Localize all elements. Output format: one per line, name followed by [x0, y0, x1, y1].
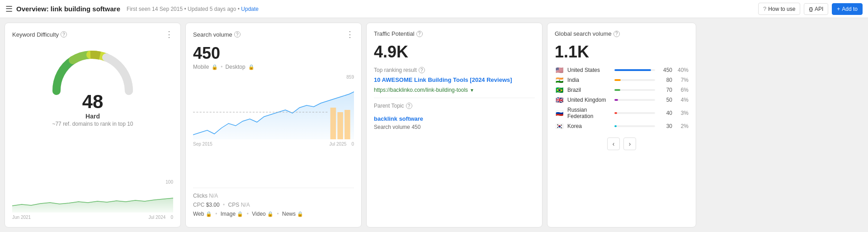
tp-ranking-help-icon[interactable]: ? — [419, 67, 425, 73]
kd-title: Keyword Difficulty ? — [12, 31, 67, 38]
api-button[interactable]: {} API — [804, 3, 828, 15]
tp-parent-help-icon[interactable]: ? — [406, 103, 412, 109]
gsv-navigation: ‹ › — [555, 137, 689, 150]
cpc-row: CPC $3.00 • CPS N/A — [193, 202, 354, 208]
kd-sparkline-svg — [12, 185, 173, 213]
country-bar-2 — [614, 89, 620, 91]
gsv-countries-list: 🇺🇸 United States 450 40% 🇮🇳 India 80 7% … — [555, 67, 689, 133]
svg-rect-3 — [344, 110, 350, 139]
country-bar-container-5 — [614, 125, 655, 127]
search-volume-card: Search volume ? ⋮ 450 Mobile 🔒 • Desktop… — [185, 23, 362, 227]
kd-sparkline-area: 100 Jun 2021 Jul 2024 0 — [12, 180, 173, 220]
country-name-4: Russian Federation — [567, 107, 611, 119]
gsv-card-header: Global search volume ? — [555, 30, 689, 37]
country-bar-container-2 — [614, 89, 655, 91]
country-bar-0 — [614, 69, 651, 71]
sv-dots-menu[interactable]: ⋮ — [346, 30, 354, 38]
sv-chart-area: 859 Sep 2015 — [193, 75, 354, 183]
tp-card-header: Traffic Potential ? — [374, 30, 535, 37]
kd-card-header: Keyword Difficulty ? ⋮ — [12, 30, 173, 38]
country-bar-container-0 — [614, 69, 655, 71]
kd-chart-top: 100 — [12, 180, 173, 185]
kd-help-icon[interactable]: ? — [61, 31, 67, 38]
country-flag-2: 🇧🇷 — [555, 87, 564, 93]
kd-label: Hard — [85, 113, 100, 120]
sv-chart-bottom: Sep 2015 Jul 2025 0 — [193, 142, 354, 147]
how-to-use-button[interactable]: ? How to use — [758, 3, 800, 15]
gsv-prev-button[interactable]: ‹ — [607, 137, 620, 150]
country-bar-container-3 — [614, 99, 655, 101]
tp-value: 4.9K — [374, 43, 535, 62]
country-row: 🇮🇳 India 80 7% — [555, 77, 689, 83]
tp-title: Traffic Potential ? — [374, 30, 423, 37]
desktop-lock-icon: 🔒 — [248, 64, 255, 70]
web-lock-icon: 🔒 — [206, 211, 212, 217]
traffic-potential-card: Traffic Potential ? 4.9K Top ranking res… — [366, 23, 542, 227]
country-bar-3 — [614, 99, 618, 101]
country-flag-1: 🇮🇳 — [555, 77, 564, 83]
question-icon: ? — [763, 5, 766, 12]
sv-help-icon[interactable]: ? — [234, 31, 241, 38]
country-bar-container-1 — [614, 79, 655, 81]
gsv-title: Global search volume ? — [555, 30, 620, 37]
country-name-5: Korea — [567, 123, 611, 129]
country-flag-5: 🇰🇷 — [555, 123, 564, 129]
country-name-0: United States — [567, 67, 611, 73]
country-row: 🇰🇷 Korea 30 2% — [555, 123, 689, 129]
country-flag-3: 🇬🇧 — [555, 97, 564, 103]
sv-chart-top: 859 — [193, 75, 354, 80]
menu-icon[interactable]: ☰ — [5, 4, 13, 14]
svg-rect-1 — [330, 108, 336, 139]
tp-parent-topic-label: Parent Topic ? — [374, 103, 535, 109]
sv-value: 450 — [193, 44, 354, 63]
tp-parent-topic: backlink software Search volume 450 — [374, 115, 535, 130]
country-flag-4: 🇷🇺 — [555, 110, 564, 116]
country-count-4: 40 — [659, 110, 672, 116]
add-to-button[interactable]: + Add to — [832, 3, 863, 15]
update-link[interactable]: Update — [241, 6, 259, 12]
country-pct-0: 40% — [676, 67, 689, 73]
kd-dots-menu[interactable]: ⋮ — [165, 30, 173, 38]
svg-rect-2 — [337, 112, 343, 139]
country-count-1: 80 — [659, 77, 672, 83]
header-meta: First seen 14 Sep 2015 • Updated 5 days … — [127, 6, 259, 12]
header: ☰ Overview: link building software First… — [0, 0, 868, 18]
country-pct-3: 4% — [676, 97, 689, 103]
gauge-svg — [47, 46, 138, 95]
sv-title: Search volume ? — [193, 31, 241, 38]
sv-card-header: Search volume ? ⋮ — [193, 30, 354, 38]
country-row: 🇷🇺 Russian Federation 40 3% — [555, 107, 689, 119]
mobile-lock-icon: 🔒 — [212, 64, 218, 70]
tp-ranking-title[interactable]: 10 AWESOME Link Building Tools [2024 Rev… — [374, 76, 535, 84]
country-bar-container-4 — [614, 112, 655, 114]
country-pct-4: 3% — [676, 110, 689, 116]
kd-chart-bottom: Jun 2021 Jul 2024 0 — [12, 215, 173, 220]
tp-parent-search-volume: Search volume 450 — [374, 124, 535, 130]
country-bar-4 — [614, 112, 617, 114]
gsv-help-icon[interactable]: ? — [613, 31, 620, 37]
tp-top-ranking-label: Top ranking result ? — [374, 67, 535, 73]
country-row: 🇧🇷 Brazil 70 6% — [555, 87, 689, 93]
gsv-value: 1.1K — [555, 43, 689, 62]
country-count-2: 70 — [659, 87, 672, 93]
image-lock-icon: 🔒 — [237, 211, 243, 217]
tp-ranking-url[interactable]: https://backlinko.com/link-building-tool… — [374, 87, 535, 93]
country-row: 🇺🇸 United States 450 40% — [555, 67, 689, 73]
tp-help-icon[interactable]: ? — [416, 31, 423, 37]
plus-icon: + — [837, 6, 840, 12]
country-pct-1: 7% — [676, 77, 689, 83]
kd-gauge: 48 Hard ~77 ref. domains to rank in top … — [12, 46, 173, 127]
country-pct-2: 6% — [676, 87, 689, 93]
page-title: Overview: link building software — [16, 5, 120, 13]
main-content: Keyword Difficulty ? ⋮ 48 Hard — [0, 18, 868, 232]
dropdown-icon: ▼ — [470, 88, 474, 93]
country-count-3: 50 — [659, 97, 672, 103]
tp-parent-topic-link[interactable]: backlink software — [374, 115, 535, 122]
country-row: 🇬🇧 United Kingdom 50 4% — [555, 97, 689, 103]
gsv-next-button[interactable]: › — [623, 137, 636, 150]
country-bar-5 — [614, 125, 617, 127]
keyword-difficulty-card: Keyword Difficulty ? ⋮ 48 Hard — [5, 23, 181, 227]
serp-types-row: Web 🔒 • Image 🔒 • Video 🔒 • News 🔒 — [193, 211, 354, 217]
kd-score: 48 — [82, 91, 104, 113]
country-pct-5: 2% — [676, 123, 689, 129]
